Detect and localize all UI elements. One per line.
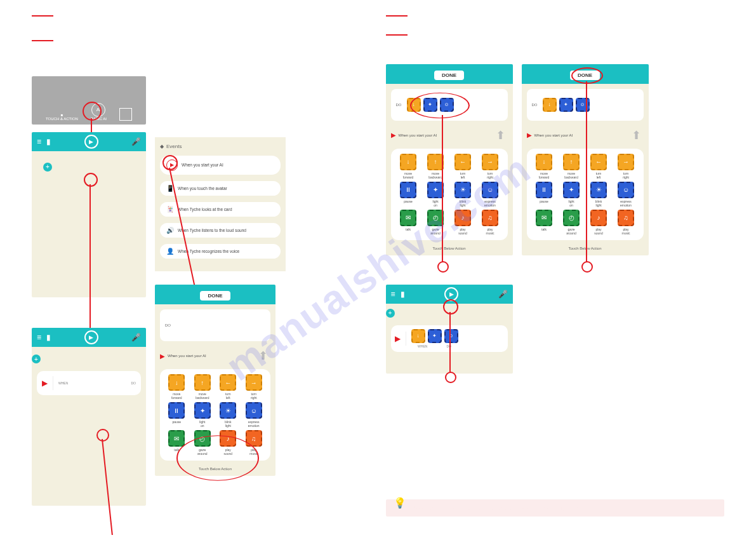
folder-icon[interactable]: ▮ <box>46 333 51 342</box>
event-row[interactable]: ▶When you start your AI <box>160 156 281 175</box>
action-move-forward[interactable]: ↓moveforward <box>396 154 421 179</box>
play-button[interactable]: ▶ <box>84 135 98 149</box>
action-turn-left[interactable]: ←turnleft <box>587 154 611 179</box>
do-label: DO <box>131 381 136 385</box>
action-pause[interactable]: ⏸pause <box>165 402 189 428</box>
action-express-emotion[interactable]: ☺expressemotion <box>478 182 503 207</box>
event-row[interactable]: 📱When you touch the avatar <box>160 181 281 196</box>
play-button[interactable]: ▶ <box>84 330 98 344</box>
action-express-emotion[interactable]: ☺expressemotion <box>242 402 266 428</box>
annotation-dot <box>445 372 456 383</box>
action-grid: ↓moveforward↑movebackward←turnleft→turnr… <box>160 369 270 461</box>
choose-actions-desc: Choose and touch actions <box>155 489 269 495</box>
do-icon: ✦ <box>559 98 573 112</box>
done-button[interactable]: DONE <box>434 71 464 80</box>
action-move-backward[interactable]: ↑movebackward <box>559 154 584 179</box>
annotation-dot <box>581 261 593 273</box>
action-light-on[interactable]: ✦lighton <box>423 182 448 207</box>
done-button[interactable]: DONE <box>570 71 600 80</box>
action-gaze-around[interactable]: ◴gazearound <box>423 210 448 235</box>
do-icon: ✦ <box>423 98 437 112</box>
action-play-music[interactable]: ♫playmusic <box>614 210 639 235</box>
action-grid: ↓moveforward↑movebackward←turnleft→turnr… <box>527 149 644 240</box>
done-button[interactable]: DONE <box>200 291 230 301</box>
folder-icon[interactable]: ▮ <box>401 290 405 299</box>
event-row[interactable]: 👤When Tyche recognizes the voice <box>160 244 281 259</box>
action-gaze-around[interactable]: ◴gazearound <box>191 430 215 456</box>
mic-icon[interactable]: 🎤 <box>131 333 141 342</box>
do-icon: ↓ <box>407 98 421 112</box>
action-move-forward[interactable]: ↓moveforward <box>165 374 189 400</box>
card-icon: 🃏 <box>166 206 174 213</box>
mic-icon[interactable]: 🎤 <box>498 290 508 299</box>
step-rule <box>32 40 53 41</box>
touch-below-label: Touch Below Action <box>155 464 275 476</box>
action-gaze-around[interactable]: ◴gazearound <box>559 210 584 235</box>
actions-panel-done: DONE DO ↓✦☺ ▶When you start your AI⬆ ↓mo… <box>522 64 649 255</box>
action-turn-right[interactable]: →turnright <box>242 374 266 400</box>
action-turn-right[interactable]: →turnright <box>614 154 639 179</box>
page-heading: Basic AI <box>32 20 371 30</box>
action-talk[interactable]: ✉talk <box>165 430 189 456</box>
done-bar: DONE <box>155 285 275 304</box>
action-blink-light[interactable]: ☀blinklight <box>587 182 611 207</box>
phone-when-do: ≡ ▮ ▶ 🎤 + ▶ WHEN DO <box>32 328 146 506</box>
play-icon: ▶ <box>160 353 165 360</box>
square-button[interactable] <box>119 108 132 121</box>
action-light-on[interactable]: ✦lighton <box>191 402 215 428</box>
actions-panel-filled: DONE DO ↓✦☺ ▶When you start your AI⬆ ↓mo… <box>386 64 513 255</box>
action-move-backward[interactable]: ↑movebackward <box>423 154 448 179</box>
when-label: WHEN <box>58 381 68 385</box>
action-blink-light[interactable]: ☀blinklight <box>451 182 475 207</box>
page-number: 14 <box>32 518 371 524</box>
voice-icon: 👤 <box>166 248 174 255</box>
arrow-up-icon: ⬆ <box>496 128 505 142</box>
action-turn-left[interactable]: ←turnleft <box>451 154 475 179</box>
do-bar: DO <box>160 309 270 341</box>
do-bar: DO ↓✦☺ <box>391 89 508 121</box>
menu-icon[interactable]: ≡ <box>37 137 41 146</box>
action-play-sound[interactable]: ♪playsound <box>451 210 475 235</box>
do-bar: DO ↓✦☺ <box>527 89 644 121</box>
when-do-card[interactable]: ▶ WHEN DO <box>37 371 141 395</box>
menu-icon[interactable]: ≡ <box>391 290 395 299</box>
action-light-on[interactable]: ✦lighton <box>559 182 584 207</box>
touch-below-label: Touch Below Action <box>522 244 649 255</box>
action-turn-left[interactable]: ←turnleft <box>216 374 240 400</box>
action-talk[interactable]: ✉talk <box>532 210 557 235</box>
sound-icon: 🔊 <box>166 227 174 234</box>
play-icon: ▶ <box>166 159 178 171</box>
action-move-forward[interactable]: ↓moveforward <box>532 154 557 179</box>
add-button[interactable]: + <box>43 163 52 172</box>
play-icon: ▶ <box>395 334 401 343</box>
folder-icon[interactable]: ▮ <box>46 137 51 146</box>
action-play-music[interactable]: ♫playmusic <box>242 430 266 456</box>
phone-header: ≡ ▮ ▶ 🎤 <box>32 328 146 347</box>
menu-icon[interactable]: ≡ <box>37 333 41 342</box>
when-label: WHEN <box>418 344 427 348</box>
play-button[interactable]: ▶ <box>444 287 458 301</box>
action-play-sound[interactable]: ♪playsound <box>216 430 240 456</box>
do-icon: ↓ <box>543 98 557 112</box>
do-label: DO <box>165 323 171 327</box>
arrow-up-icon: ⬆ <box>632 128 641 142</box>
do-icon: ☺ <box>440 98 454 112</box>
mic-icon[interactable]: 🎤 <box>131 137 141 146</box>
action-pause[interactable]: ⏸pause <box>396 182 421 207</box>
action-talk[interactable]: ✉talk <box>396 210 421 235</box>
event-start-line: ▶When you start your AI⬆ <box>522 126 649 145</box>
event-start-line: ▶When you start your AI⬆ <box>386 126 513 145</box>
add-button[interactable]: + <box>386 309 395 318</box>
add-button[interactable]: + <box>32 355 41 363</box>
action-pause[interactable]: ⏸pause <box>532 182 557 207</box>
play-icon: ▶ <box>42 379 48 388</box>
action-play-sound[interactable]: ♪playsound <box>587 210 611 235</box>
action-play-music[interactable]: ♫playmusic <box>478 210 503 235</box>
basic-ai-button[interactable]: AI BASIC AI <box>91 103 107 121</box>
action-move-backward[interactable]: ↑movebackward <box>191 374 215 400</box>
action-blink-light[interactable]: ☀blinklight <box>216 402 240 428</box>
action-turn-right[interactable]: →turnright <box>478 154 503 179</box>
action-express-emotion[interactable]: ☺expressemotion <box>614 182 639 207</box>
event-row[interactable]: 🔊When Tyche listens to the loud sound <box>160 223 281 238</box>
touch-action-button[interactable]: ■TOUCH & ACTION <box>46 113 78 121</box>
